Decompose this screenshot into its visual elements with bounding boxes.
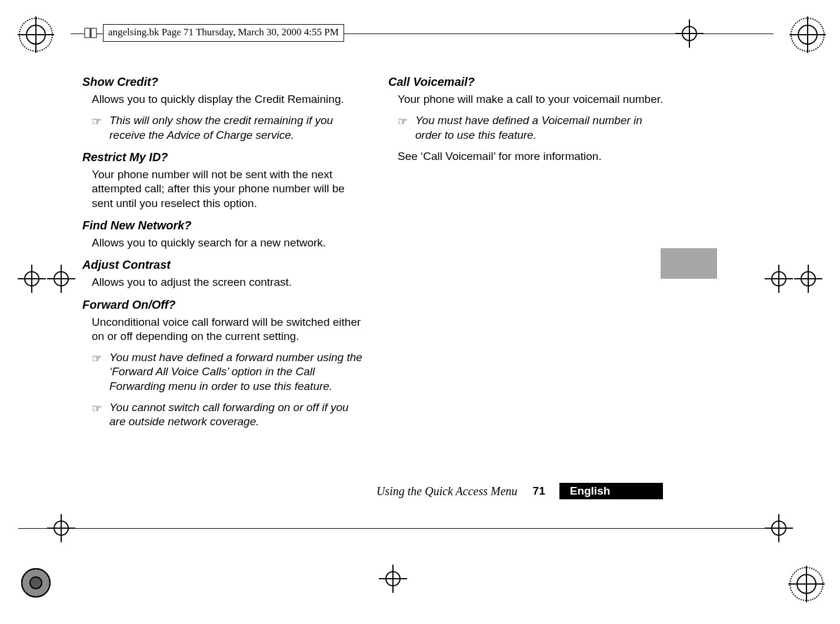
section-forward: Forward On/Off? Unconditional voice call… (82, 298, 365, 429)
note-text: You must have defined a Voicemail number… (415, 114, 642, 141)
body-show-credit: Allows you to quickly display the Credit… (82, 92, 365, 106)
hand-icon: ☞ (398, 115, 408, 129)
svg-point-33 (386, 572, 400, 586)
heading-restrict-id: Restrict My ID? (82, 151, 365, 164)
svg-point-13 (30, 577, 42, 589)
svg-point-30 (772, 272, 786, 286)
section-adjust-contrast: Adjust Contrast Allows you to adjust the… (82, 258, 365, 289)
heading-find-network: Find New Network? (82, 219, 365, 232)
crop-register-right (794, 265, 822, 293)
body-restrict-id: Your phone number will not be sent with … (82, 168, 365, 211)
svg-point-24 (54, 272, 68, 286)
header-file-info: angelsing.bk Page 71 Thursday, March 30,… (103, 24, 344, 42)
heading-call-voicemail: Call Voicemail? (388, 75, 671, 89)
left-column: Show Credit? Allows you to quickly displ… (82, 75, 365, 438)
crop-register-right2 (765, 265, 793, 293)
note-call-voicemail: ☞ You must have defined a Voicemail numb… (398, 114, 671, 142)
svg-point-27 (801, 272, 815, 286)
body-adjust-contrast: Allows you to adjust the screen contrast… (82, 275, 365, 289)
section-show-credit: Show Credit? Allows you to quickly displ… (82, 75, 365, 142)
svg-point-8 (791, 18, 824, 51)
body-find-network: Allows you to quickly search for a new n… (82, 236, 365, 250)
section-call-voicemail: Call Voicemail? Your phone will make a c… (388, 75, 671, 163)
heading-forward: Forward On/Off? (82, 298, 365, 312)
hand-icon: ☞ (92, 352, 102, 366)
crop-register-left (18, 265, 46, 293)
hand-icon: ☞ (92, 402, 102, 416)
document-header: angelsing.bk Page 71 Thursday, March 30,… (84, 24, 344, 42)
svg-rect-1 (91, 28, 96, 38)
heading-show-credit: Show Credit? (82, 75, 365, 89)
heading-adjust-contrast: Adjust Contrast (82, 258, 365, 272)
header-book-icon (84, 26, 97, 39)
svg-rect-0 (85, 28, 90, 38)
crop-mark-bottom-right (788, 566, 825, 602)
note-text: You cannot switch call forwarding on or … (109, 401, 349, 428)
svg-point-12 (22, 569, 50, 597)
page-footer: Using the Quick Access Menu 71 English (376, 483, 663, 499)
svg-point-15 (790, 568, 823, 600)
right-column: Call Voicemail? Your phone will make a c… (388, 75, 671, 438)
crop-register-left2 (47, 265, 75, 293)
crop-mark-top-right (789, 16, 826, 53)
page-content: Show Credit? Allows you to quickly displ… (82, 75, 671, 438)
crop-line-bottom (18, 528, 771, 529)
crop-mark-bottom-left (19, 566, 53, 600)
svg-point-21 (25, 272, 39, 286)
svg-point-3 (26, 25, 45, 44)
note-text: This will only show the credit remaining… (109, 114, 333, 141)
crop-register-bottomcenter (379, 565, 407, 593)
svg-point-14 (797, 575, 816, 593)
svg-point-4 (19, 18, 52, 51)
language-tab: English (559, 483, 664, 499)
section-find-network: Find New Network? Allows you to quickly … (82, 219, 365, 250)
svg-point-7 (798, 25, 817, 44)
section-restrict-id: Restrict My ID? Your phone number will n… (82, 151, 365, 211)
note-forward-1: ☞ You must have defined a forward number… (92, 351, 365, 393)
hand-icon: ☞ (92, 115, 102, 129)
crop-mark-top-left (18, 16, 54, 53)
svg-point-11 (22, 569, 50, 597)
running-title: Using the Quick Access Menu (376, 485, 518, 498)
svg-point-39 (772, 521, 786, 535)
see-call-voicemail: See ‘Call Voicemail’ for more informatio… (388, 149, 671, 163)
body-forward: Unconditional voice call forward will be… (82, 315, 365, 344)
note-text: You must have defined a forward number u… (109, 351, 362, 392)
body-call-voicemail: Your phone will make a call to your voic… (388, 92, 671, 106)
page-number: 71 (533, 485, 545, 498)
note-show-credit: ☞ This will only show the credit remaini… (92, 114, 365, 142)
note-forward-2: ☞ You cannot switch call forwarding on o… (92, 401, 365, 429)
